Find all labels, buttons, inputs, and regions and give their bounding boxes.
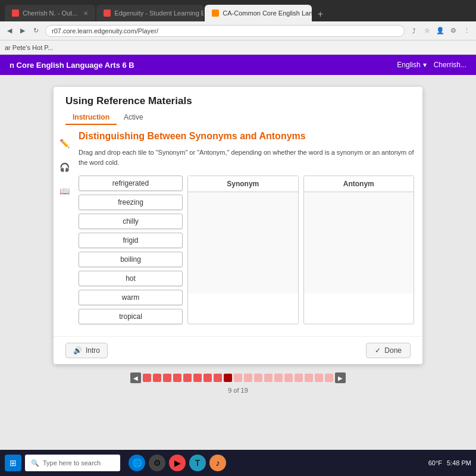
- tab-bar: Cherrish N. - Out... ✕ Edgenuity - Stude…: [0, 0, 476, 21]
- app-icon-2[interactable]: T: [189, 455, 206, 471]
- drag-drop-area: refrigerated freezing chilly frigid boil…: [79, 176, 414, 324]
- dot-8[interactable]: [214, 374, 222, 382]
- main-content: Using Reference Materials Instruction Ac…: [0, 75, 476, 450]
- tab-favicon-2: [104, 10, 111, 17]
- lesson-card: Using Reference Materials Instruction Ac…: [54, 87, 422, 364]
- site-title: n Core English Language Arts 6 B: [10, 61, 134, 70]
- edge-icon[interactable]: 🌐: [129, 455, 145, 471]
- tab-2[interactable]: Edgenuity - Student Learning Ex... ✕: [96, 5, 203, 21]
- dot-1[interactable]: [143, 374, 151, 382]
- system-tray: 60°F 5:48 PM: [428, 459, 471, 466]
- address-bar[interactable]: r07.core.learn.edgenuity.com/Player/: [45, 25, 405, 37]
- dot-7[interactable]: [203, 374, 212, 382]
- word-tile-hot[interactable]: hot: [79, 271, 183, 286]
- pencil-icon[interactable]: ✏️: [57, 136, 72, 151]
- tab-3[interactable]: CA-Common Core English Langu... ✕: [205, 5, 312, 21]
- lesson-tabs: Instruction Active: [65, 111, 411, 125]
- bookmark-icon[interactable]: ☆: [422, 26, 432, 36]
- tab-1-label: Cherrish N. - Out...: [23, 10, 77, 17]
- side-icons: ✏️ 🎧 📖: [54, 131, 75, 330]
- next-arrow[interactable]: ▶: [335, 372, 346, 383]
- synonym-header: Synonym: [188, 176, 298, 192]
- lesson-card-header: Using Reference Materials Instruction Ac…: [54, 87, 422, 125]
- progress-label: 9 of 19: [228, 387, 248, 394]
- activity-area: Distinguishing Between Synonyms and Anto…: [75, 131, 422, 330]
- new-tab-button[interactable]: +: [313, 7, 327, 21]
- clock-label: 5:48 PM: [447, 459, 471, 466]
- dot-6[interactable]: [193, 374, 202, 382]
- site-header: n Core English Language Arts 6 B English…: [0, 55, 476, 75]
- profile-icon[interactable]: 👤: [436, 26, 445, 36]
- taskbar: ⊞ 🔍 Type here to search 🌐 ⚙ ▶ T ♪ 60°F 5…: [0, 450, 476, 476]
- antonym-body[interactable]: [304, 192, 414, 293]
- word-tile-freezing[interactable]: freezing: [79, 195, 183, 210]
- language-selector[interactable]: English ▾: [397, 61, 426, 69]
- activity-heading: Distinguishing Between Synonyms and Anto…: [79, 131, 414, 142]
- extensions-icon[interactable]: ⚙: [449, 26, 458, 36]
- book-icon[interactable]: 📖: [57, 183, 72, 199]
- dot-19[interactable]: [325, 374, 333, 382]
- dot-18[interactable]: [315, 374, 323, 382]
- address-bar-row: ◀ ▶ ↻ r07.core.learn.edgenuity.com/Playe…: [0, 21, 476, 40]
- taskbar-search[interactable]: 🔍 Type here to search: [25, 455, 120, 471]
- tab-favicon-3: [212, 10, 219, 17]
- bookmark-label[interactable]: ar Pete's Hot P...: [5, 44, 53, 51]
- synonym-drop-zone[interactable]: Synonym: [187, 176, 299, 324]
- antonym-header: Antonym: [304, 176, 414, 192]
- forward-button[interactable]: ▶: [18, 26, 27, 36]
- dot-11[interactable]: [244, 374, 252, 382]
- dot-2[interactable]: [153, 374, 161, 382]
- dot-13[interactable]: [264, 374, 273, 382]
- tab-1-close[interactable]: ✕: [83, 10, 88, 17]
- app-icon-1[interactable]: ▶: [169, 455, 186, 471]
- progress-dots: ◀ ▶: [130, 372, 346, 383]
- language-label: English: [397, 61, 420, 69]
- dot-17[interactable]: [305, 374, 313, 382]
- prev-arrow[interactable]: ◀: [130, 372, 141, 383]
- done-button[interactable]: ✓ Done: [366, 343, 411, 358]
- chrome-icon[interactable]: ⚙: [149, 455, 165, 471]
- browser-action-icons: ⤴ ☆ 👤 ⚙ ⋮: [409, 26, 471, 36]
- tab-2-label: Edgenuity - Student Learning Ex...: [114, 10, 203, 17]
- word-tile-frigid[interactable]: frigid: [79, 233, 183, 248]
- tab-instruction[interactable]: Instruction: [65, 111, 117, 125]
- headphones-icon[interactable]: 🎧: [57, 159, 72, 175]
- start-button[interactable]: ⊞: [5, 455, 21, 471]
- browser-frame: Cherrish N. - Out... ✕ Edgenuity - Stude…: [0, 0, 476, 476]
- refresh-button[interactable]: ↻: [31, 26, 40, 36]
- temperature-label: 60°F: [428, 459, 442, 466]
- user-label: Cherrish...: [434, 61, 466, 69]
- lesson-footer: 🔊 Intro ✓ Done: [54, 336, 422, 364]
- nav-buttons: ◀ ▶ ↻: [5, 26, 40, 36]
- progress-area: ◀ ▶ 9 of: [130, 372, 346, 394]
- dot-16[interactable]: [295, 374, 303, 382]
- menu-icon[interactable]: ⋮: [462, 26, 471, 36]
- word-tile-warm[interactable]: warm: [79, 290, 183, 305]
- dot-14[interactable]: [274, 374, 283, 382]
- word-tile-chilly[interactable]: chilly: [79, 214, 183, 229]
- synonym-body[interactable]: [188, 192, 298, 293]
- dot-9[interactable]: [224, 374, 232, 382]
- intro-button[interactable]: 🔊 Intro: [65, 343, 108, 358]
- words-column: refrigerated freezing chilly frigid boil…: [79, 176, 183, 324]
- intro-button-label: Intro: [86, 346, 100, 355]
- taskbar-icons: 🌐 ⚙ ▶ T ♪: [129, 455, 226, 471]
- dot-3[interactable]: [163, 374, 171, 382]
- word-tile-refrigerated[interactable]: refrigerated: [79, 176, 183, 191]
- word-tile-tropical[interactable]: tropical: [79, 309, 183, 324]
- dot-5[interactable]: [183, 374, 192, 382]
- share-icon[interactable]: ⤴: [409, 26, 419, 36]
- dot-12[interactable]: [254, 374, 262, 382]
- done-check-icon: ✓: [375, 346, 381, 355]
- tab-1[interactable]: Cherrish N. - Out... ✕: [5, 5, 95, 21]
- dot-15[interactable]: [284, 374, 293, 382]
- tab-favicon-1: [12, 10, 19, 17]
- app-icon-3[interactable]: ♪: [209, 455, 226, 471]
- lesson-body: ✏️ 🎧 📖 Distinguishing Between Synonyms a…: [54, 125, 422, 336]
- tab-active[interactable]: Active: [117, 111, 151, 125]
- dot-10[interactable]: [234, 374, 242, 382]
- back-button[interactable]: ◀: [5, 26, 14, 36]
- antonym-drop-zone[interactable]: Antonym: [303, 176, 415, 324]
- word-tile-boiling[interactable]: boiling: [79, 252, 183, 267]
- dot-4[interactable]: [173, 374, 181, 382]
